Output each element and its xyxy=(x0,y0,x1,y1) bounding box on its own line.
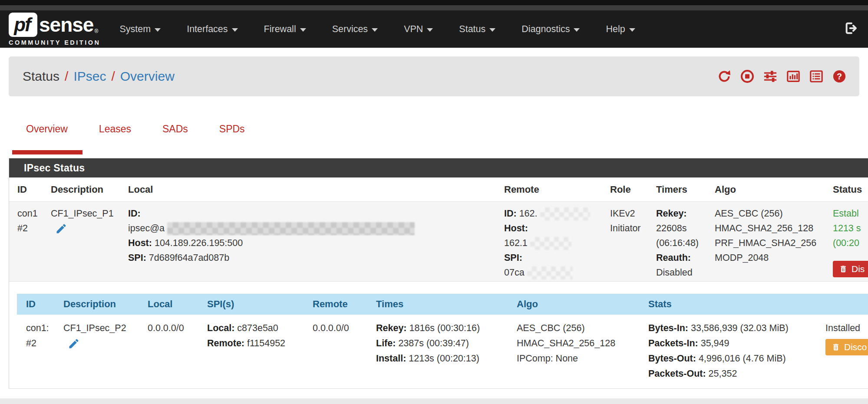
breadcrumb-bar: Status / IPsec / Overview ? xyxy=(9,56,859,96)
panel-title: IPsec Status xyxy=(9,158,868,177)
child-stats-cell: Bytes-In: 33,586,939 (32.03 MiB) Packets… xyxy=(648,315,825,388)
child-sa-row: con1: #2 CF1_IPsec_P2 0.0.0.0/0 Local: c… xyxy=(17,315,868,388)
sliders-icon[interactable] xyxy=(763,69,777,83)
main-menu: System Interfaces Firewall Services VPN … xyxy=(109,10,645,48)
ike-role-cell: IKEv2 Initiator xyxy=(610,202,656,281)
ike-remote-cell: ID: 162. Host: 162.1 SPI: 07ca xyxy=(504,202,610,281)
tab-leases[interactable]: Leases xyxy=(99,123,131,138)
ike-algo-cell: AES_CBC (256) HMAC_SHA2_256_128 PRF_HMAC… xyxy=(715,202,833,281)
child-status-text: Installed xyxy=(825,321,868,336)
ipsec-tabs: Overview Leases SADs SPDs xyxy=(26,123,868,158)
edit-icon[interactable] xyxy=(55,223,128,239)
disconnect-button[interactable]: Disco xyxy=(825,339,868,355)
nav-vpn[interactable]: VPN xyxy=(393,10,443,48)
list-icon[interactable] xyxy=(809,69,823,83)
ike-local-cell: ID: ipsec@a Host: 104.189.226.195:500 SP… xyxy=(128,202,504,281)
refresh-icon[interactable] xyxy=(717,69,731,83)
nav-status[interactable]: Status xyxy=(449,10,506,48)
nav-help[interactable]: Help xyxy=(595,10,645,48)
child-id-cell: con1: #2 xyxy=(26,315,63,388)
ike-status-cell: Establ 1213 s (00:20 Dis xyxy=(833,202,868,281)
chevron-down-icon xyxy=(372,28,378,32)
ike-table-row: con1 #2 CF1_IPsec_P1 ID: ipsec@a Host: 1… xyxy=(9,202,868,282)
nav-services[interactable]: Services xyxy=(322,10,388,48)
child-description-cell: CF1_IPsec_P2 xyxy=(63,315,148,388)
ipsec-status-panel: IPsec Status ID Description Local Remote… xyxy=(9,158,868,389)
chart-icon[interactable] xyxy=(786,69,800,83)
chevron-down-icon xyxy=(155,28,161,32)
help-icon[interactable]: ? xyxy=(832,69,846,83)
child-local-cell: 0.0.0.0/0 xyxy=(148,315,207,388)
sign-out-icon[interactable] xyxy=(844,21,858,37)
redacted-blur xyxy=(167,222,415,235)
svg-text:?: ? xyxy=(837,72,842,81)
chevron-down-icon xyxy=(300,28,306,32)
redacted-blur xyxy=(540,207,590,220)
nav-system[interactable]: System xyxy=(109,10,171,48)
child-status-cell: Installed Disco xyxy=(825,315,868,388)
ike-description-cell: CF1_IPsec_P1 xyxy=(51,202,128,281)
chevron-down-icon xyxy=(629,28,635,32)
navbar: pf sense ® COMMUNITY EDITION System Inte… xyxy=(0,10,868,48)
page-action-icons: ? xyxy=(717,69,846,83)
pfsense-logo-pf-box: pf xyxy=(9,13,37,37)
ike-id-cell: con1 #2 xyxy=(17,202,51,281)
nav-firewall[interactable]: Firewall xyxy=(254,10,317,48)
nav-diagnostics[interactable]: Diagnostics xyxy=(511,10,590,48)
child-remote-cell: 0.0.0.0/0 xyxy=(313,315,376,388)
disconnect-button[interactable]: Dis xyxy=(833,261,868,277)
window-top-strip xyxy=(0,0,868,5)
tab-sads[interactable]: SADs xyxy=(162,123,188,138)
tab-overview[interactable]: Overview xyxy=(26,123,68,138)
chevron-down-icon xyxy=(489,28,495,32)
nav-interfaces[interactable]: Interfaces xyxy=(176,10,248,48)
tab-spds[interactable]: SPDs xyxy=(219,123,245,138)
ike-table-header: ID Description Local Remote Role Timers … xyxy=(9,177,868,202)
child-times-cell: Rekey: 1816s (00:30:16) Life: 2387s (00:… xyxy=(376,315,517,388)
ike-timers-cell: Rekey: 22608s (06:16:48) Reauth: Disable… xyxy=(656,202,715,281)
ike-status-text: Establ xyxy=(833,206,868,221)
breadcrumb: Status / IPsec / Overview xyxy=(23,69,175,84)
window-sub-strip xyxy=(0,5,868,10)
child-sa-header: ID Description Local SPI(s) Remote Times… xyxy=(17,294,868,315)
stop-icon[interactable] xyxy=(740,69,754,83)
pfsense-logo[interactable]: pf sense ® COMMUNITY EDITION xyxy=(9,13,100,46)
child-sa-table: ID Description Local SPI(s) Remote Times… xyxy=(17,294,868,388)
redacted-blur xyxy=(527,266,573,279)
chevron-down-icon xyxy=(232,28,238,32)
chevron-down-icon xyxy=(427,28,433,32)
child-algo-cell: AES_CBC (256) HMAC_SHA2_256_128 IPComp: … xyxy=(517,315,648,388)
redacted-blur xyxy=(530,237,571,250)
chevron-down-icon xyxy=(574,28,580,32)
breadcrumb-link-ipsec[interactable]: IPsec xyxy=(73,69,106,84)
community-edition-label: COMMUNITY EDITION xyxy=(9,39,100,46)
page-bottom-strip xyxy=(0,398,868,404)
breadcrumb-link-overview[interactable]: Overview xyxy=(120,69,175,84)
child-spi-cell: Local: c873e5a0 Remote: f1154952 xyxy=(207,315,313,388)
breadcrumb-section: Status xyxy=(23,69,59,84)
edit-icon[interactable] xyxy=(68,338,148,355)
